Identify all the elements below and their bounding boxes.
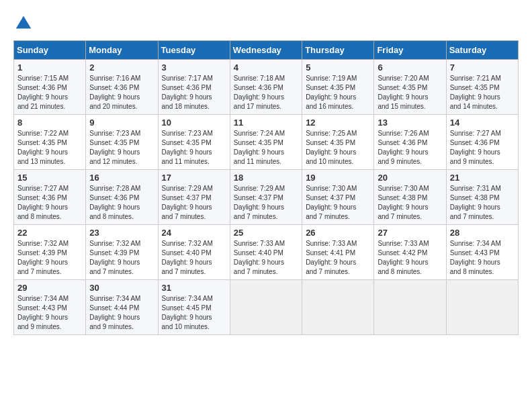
day-info: Sunrise: 7:22 AM Sunset: 4:35 PM Dayligh… — [17, 129, 82, 167]
weekday-header-cell: Saturday — [446, 41, 518, 60]
day-number: 8 — [17, 118, 82, 128]
day-number: 15 — [17, 173, 82, 183]
day-info: Sunrise: 7:30 AM Sunset: 4:38 PM Dayligh… — [378, 184, 442, 222]
weekday-header-cell: Wednesday — [230, 41, 302, 60]
calendar-day-cell: 19Sunrise: 7:30 AM Sunset: 4:37 PM Dayli… — [302, 170, 374, 225]
day-number: 10 — [162, 118, 226, 128]
weekday-header-cell: Monday — [86, 41, 158, 60]
day-info: Sunrise: 7:32 AM Sunset: 4:39 PM Dayligh… — [89, 239, 154, 277]
calendar-day-cell: 6Sunrise: 7:20 AM Sunset: 4:35 PM Daylig… — [374, 60, 446, 115]
day-number: 23 — [89, 228, 154, 238]
calendar-week-row: 29Sunrise: 7:34 AM Sunset: 4:43 PM Dayli… — [14, 280, 519, 335]
logo-icon — [13, 13, 34, 34]
calendar-header: SundayMondayTuesdayWednesdayThursdayFrid… — [14, 41, 519, 60]
day-number: 2 — [89, 62, 154, 73]
logo — [13, 13, 36, 34]
day-info: Sunrise: 7:15 AM Sunset: 4:36 PM Dayligh… — [17, 74, 82, 111]
day-info: Sunrise: 7:29 AM Sunset: 4:37 PM Dayligh… — [162, 184, 226, 222]
weekday-header-row: SundayMondayTuesdayWednesdayThursdayFrid… — [14, 41, 519, 60]
calendar-day-cell: 9Sunrise: 7:23 AM Sunset: 4:35 PM Daylig… — [86, 115, 158, 170]
day-number: 17 — [162, 173, 226, 183]
calendar-day-cell: 8Sunrise: 7:22 AM Sunset: 4:35 PM Daylig… — [14, 115, 86, 170]
calendar-day-cell: 3Sunrise: 7:17 AM Sunset: 4:36 PM Daylig… — [158, 60, 230, 115]
day-number: 29 — [17, 283, 82, 293]
day-info: Sunrise: 7:19 AM Sunset: 4:35 PM Dayligh… — [306, 74, 370, 111]
calendar-day-cell: 10Sunrise: 7:23 AM Sunset: 4:35 PM Dayli… — [158, 115, 230, 170]
calendar-day-cell: 29Sunrise: 7:34 AM Sunset: 4:43 PM Dayli… — [14, 280, 86, 335]
day-info: Sunrise: 7:34 AM Sunset: 4:45 PM Dayligh… — [162, 294, 226, 332]
day-info: Sunrise: 7:32 AM Sunset: 4:39 PM Dayligh… — [17, 239, 82, 277]
calendar-day-cell: 23Sunrise: 7:32 AM Sunset: 4:39 PM Dayli… — [86, 225, 158, 280]
day-number: 31 — [162, 283, 226, 293]
weekday-header-cell: Thursday — [302, 41, 374, 60]
day-info: Sunrise: 7:33 AM Sunset: 4:42 PM Dayligh… — [378, 239, 442, 277]
weekday-header-cell: Tuesday — [158, 41, 230, 60]
calendar-day-cell: 20Sunrise: 7:30 AM Sunset: 4:38 PM Dayli… — [374, 170, 446, 225]
day-number: 13 — [378, 118, 442, 128]
calendar-day-cell: 12Sunrise: 7:25 AM Sunset: 4:35 PM Dayli… — [302, 115, 374, 170]
calendar-day-cell: 4Sunrise: 7:18 AM Sunset: 4:36 PM Daylig… — [230, 60, 302, 115]
day-info: Sunrise: 7:32 AM Sunset: 4:40 PM Dayligh… — [162, 239, 226, 277]
day-info: Sunrise: 7:34 AM Sunset: 4:43 PM Dayligh… — [450, 239, 515, 277]
calendar-day-cell: 2Sunrise: 7:16 AM Sunset: 4:36 PM Daylig… — [86, 60, 158, 115]
day-number: 26 — [306, 228, 370, 238]
day-info: Sunrise: 7:27 AM Sunset: 4:36 PM Dayligh… — [450, 129, 515, 167]
calendar-day-cell: 17Sunrise: 7:29 AM Sunset: 4:37 PM Dayli… — [158, 170, 230, 225]
calendar-day-cell — [230, 280, 302, 335]
day-number: 27 — [378, 228, 442, 238]
calendar-day-cell: 18Sunrise: 7:29 AM Sunset: 4:37 PM Dayli… — [230, 170, 302, 225]
calendar-day-cell: 28Sunrise: 7:34 AM Sunset: 4:43 PM Dayli… — [446, 225, 518, 280]
day-info: Sunrise: 7:31 AM Sunset: 4:38 PM Dayligh… — [450, 184, 515, 222]
day-info: Sunrise: 7:23 AM Sunset: 4:35 PM Dayligh… — [89, 129, 154, 167]
day-number: 22 — [17, 228, 82, 238]
day-number: 3 — [162, 62, 226, 73]
day-number: 19 — [306, 173, 370, 183]
calendar-week-row: 8Sunrise: 7:22 AM Sunset: 4:35 PM Daylig… — [14, 115, 519, 170]
calendar-day-cell: 5Sunrise: 7:19 AM Sunset: 4:35 PM Daylig… — [302, 60, 374, 115]
calendar-day-cell: 14Sunrise: 7:27 AM Sunset: 4:36 PM Dayli… — [446, 115, 518, 170]
day-number: 21 — [450, 173, 515, 183]
day-info: Sunrise: 7:25 AM Sunset: 4:35 PM Dayligh… — [306, 129, 370, 167]
day-info: Sunrise: 7:21 AM Sunset: 4:35 PM Dayligh… — [450, 74, 515, 111]
calendar-body: 1Sunrise: 7:15 AM Sunset: 4:36 PM Daylig… — [14, 60, 519, 335]
day-number: 30 — [89, 283, 154, 293]
day-info: Sunrise: 7:23 AM Sunset: 4:35 PM Dayligh… — [162, 129, 226, 167]
day-info: Sunrise: 7:34 AM Sunset: 4:44 PM Dayligh… — [89, 294, 154, 332]
day-info: Sunrise: 7:28 AM Sunset: 4:36 PM Dayligh… — [89, 184, 154, 222]
day-info: Sunrise: 7:29 AM Sunset: 4:37 PM Dayligh… — [234, 184, 298, 222]
day-info: Sunrise: 7:24 AM Sunset: 4:35 PM Dayligh… — [234, 129, 298, 167]
calendar-day-cell: 15Sunrise: 7:27 AM Sunset: 4:36 PM Dayli… — [14, 170, 86, 225]
calendar-day-cell: 30Sunrise: 7:34 AM Sunset: 4:44 PM Dayli… — [86, 280, 158, 335]
day-number: 25 — [234, 228, 298, 238]
calendar-day-cell — [374, 280, 446, 335]
day-number: 4 — [234, 62, 298, 73]
day-number: 12 — [306, 118, 370, 128]
calendar-table: SundayMondayTuesdayWednesdayThursdayFrid… — [13, 40, 519, 335]
day-number: 11 — [234, 118, 298, 128]
day-info: Sunrise: 7:34 AM Sunset: 4:43 PM Dayligh… — [17, 294, 82, 332]
day-info: Sunrise: 7:30 AM Sunset: 4:37 PM Dayligh… — [306, 184, 370, 222]
day-number: 14 — [450, 118, 515, 128]
calendar-week-row: 22Sunrise: 7:32 AM Sunset: 4:39 PM Dayli… — [14, 225, 519, 280]
day-number: 5 — [306, 62, 370, 73]
svg-marker-0 — [16, 16, 32, 29]
day-number: 18 — [234, 173, 298, 183]
day-number: 7 — [450, 62, 515, 73]
calendar-day-cell: 25Sunrise: 7:33 AM Sunset: 4:40 PM Dayli… — [230, 225, 302, 280]
calendar-day-cell — [302, 280, 374, 335]
day-number: 24 — [162, 228, 226, 238]
calendar-week-row: 1Sunrise: 7:15 AM Sunset: 4:36 PM Daylig… — [14, 60, 519, 115]
calendar-day-cell: 27Sunrise: 7:33 AM Sunset: 4:42 PM Dayli… — [374, 225, 446, 280]
calendar-day-cell: 22Sunrise: 7:32 AM Sunset: 4:39 PM Dayli… — [14, 225, 86, 280]
page-header — [13, 13, 519, 34]
day-info: Sunrise: 7:16 AM Sunset: 4:36 PM Dayligh… — [89, 74, 154, 111]
calendar-day-cell: 31Sunrise: 7:34 AM Sunset: 4:45 PM Dayli… — [158, 280, 230, 335]
day-number: 20 — [378, 173, 442, 183]
calendar-day-cell: 26Sunrise: 7:33 AM Sunset: 4:41 PM Dayli… — [302, 225, 374, 280]
day-info: Sunrise: 7:27 AM Sunset: 4:36 PM Dayligh… — [17, 184, 82, 222]
day-number: 6 — [378, 62, 442, 73]
calendar-day-cell: 11Sunrise: 7:24 AM Sunset: 4:35 PM Dayli… — [230, 115, 302, 170]
weekday-header-cell: Sunday — [14, 41, 86, 60]
weekday-header-cell: Friday — [374, 41, 446, 60]
calendar-day-cell: 7Sunrise: 7:21 AM Sunset: 4:35 PM Daylig… — [446, 60, 518, 115]
